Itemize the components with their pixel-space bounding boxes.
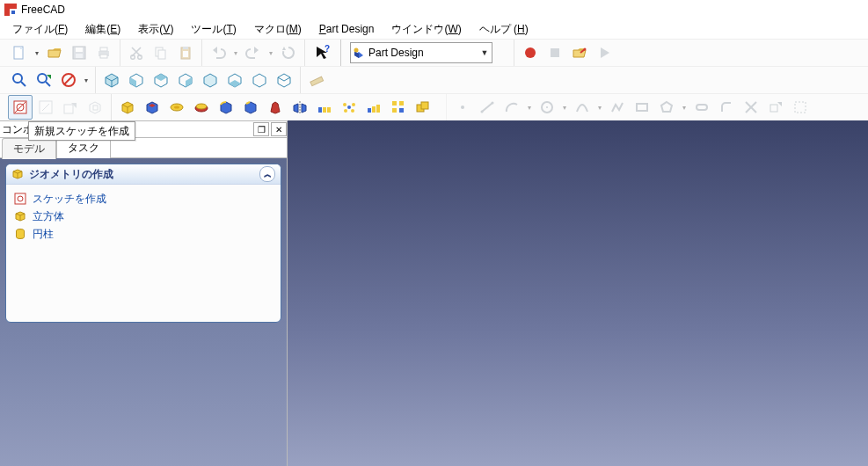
- pd-pocket-button[interactable]: [141, 96, 164, 119]
- tab-model[interactable]: モデル: [2, 138, 56, 159]
- pd-draft-button[interactable]: [264, 96, 287, 119]
- sk-circle-button[interactable]: [536, 96, 558, 119]
- map-sketch-button[interactable]: [84, 96, 106, 119]
- toolbar-sketcher-group: ▾ ▾ ▾ ▾: [446, 94, 816, 120]
- menu-edit[interactable]: 編集(E): [77, 19, 129, 40]
- workbench-selector[interactable]: Part Design ▼: [350, 42, 492, 63]
- view-iso-button[interactable]: [100, 69, 123, 91]
- dock-float-button[interactable]: ❐: [253, 122, 269, 136]
- redo-dropdown[interactable]: ▾: [266, 49, 276, 57]
- dock-close-button[interactable]: ✕: [271, 122, 287, 136]
- box-icon: [13, 209, 27, 223]
- draw-style-dropdown[interactable]: ▾: [81, 76, 91, 84]
- sk-external-button[interactable]: [764, 96, 787, 119]
- view-left-button[interactable]: [248, 69, 271, 91]
- task-create-sketch[interactable]: スケッチを作成: [13, 190, 274, 208]
- svg-marker-71: [294, 104, 298, 113]
- create-sketch-button[interactable]: [8, 95, 33, 120]
- pd-revolve-button[interactable]: [165, 96, 188, 119]
- cut-button[interactable]: [125, 41, 148, 64]
- sk-slot-button[interactable]: [690, 96, 713, 119]
- dock-titlebar[interactable]: コンボ 新規スケッチを作成 ❐ ✕: [0, 120, 287, 138]
- menu-file[interactable]: ファイル(F): [4, 19, 77, 40]
- sk-circle-dropdown[interactable]: ▾: [559, 104, 570, 112]
- pd-groove-button[interactable]: [190, 96, 213, 119]
- sk-point-button[interactable]: [451, 96, 474, 119]
- sk-arc-button[interactable]: [500, 96, 523, 119]
- view-bottom-button[interactable]: [223, 69, 246, 91]
- pd-linear-pattern-button[interactable]: [313, 96, 336, 119]
- leave-sketch-button[interactable]: [59, 96, 82, 119]
- new-file-dropdown[interactable]: ▾: [32, 49, 42, 57]
- view-axo-button[interactable]: [273, 69, 295, 91]
- sk-polyline-button[interactable]: [606, 96, 629, 119]
- whats-this-button[interactable]: ?: [310, 41, 336, 64]
- task-header[interactable]: ジオメトリの作成 ︽: [6, 164, 281, 185]
- refresh-button[interactable]: [277, 41, 300, 64]
- macro-record-button[interactable]: [519, 41, 542, 64]
- zoom-selection-button[interactable]: [33, 69, 55, 91]
- task-create-box[interactable]: 立方体: [13, 208, 274, 225]
- 3d-viewport[interactable]: [288, 120, 868, 466]
- menu-tools[interactable]: ツール(T): [182, 19, 244, 40]
- tooltip-text: 新規スケッチを作成: [34, 124, 129, 139]
- sk-arc-dropdown[interactable]: ▾: [524, 104, 535, 112]
- pd-chamfer-button[interactable]: [239, 96, 262, 119]
- svg-marker-45: [204, 74, 216, 87]
- undo-dropdown[interactable]: ▾: [230, 49, 241, 57]
- toolbar-views-group: [95, 67, 300, 93]
- zoom-fit-button[interactable]: [8, 69, 31, 91]
- view-front-button[interactable]: [125, 69, 148, 91]
- sketch-icon: [13, 192, 27, 206]
- edit-sketch-button[interactable]: [34, 96, 57, 119]
- sk-conic-dropdown[interactable]: ▾: [594, 104, 605, 112]
- sk-fillet-button[interactable]: [715, 96, 738, 119]
- new-file-button[interactable]: [8, 41, 31, 64]
- toolbar-measure-group: [300, 67, 332, 93]
- undo-button[interactable]: [207, 41, 230, 64]
- task-item-label: 立方体: [33, 209, 64, 224]
- pd-pad-button[interactable]: [116, 96, 139, 119]
- combo-view-dock: コンボ 新規スケッチを作成 ❐ ✕ モデル タスク ジオメトリの作成 ︽: [0, 120, 288, 466]
- sk-polygon-button[interactable]: [655, 96, 678, 119]
- copy-button[interactable]: [150, 41, 172, 64]
- svg-rect-83: [372, 106, 376, 113]
- open-file-button[interactable]: [43, 41, 66, 64]
- pd-boolean-button[interactable]: [412, 96, 434, 119]
- view-rear-button[interactable]: [199, 69, 222, 91]
- pd-fillet-button[interactable]: [215, 96, 237, 119]
- pd-scaled-button[interactable]: [362, 96, 385, 119]
- macro-run-button[interactable]: [593, 41, 616, 64]
- save-button[interactable]: [68, 41, 91, 64]
- menu-macro[interactable]: マクロ(M): [245, 19, 310, 40]
- paste-button[interactable]: [174, 41, 197, 64]
- sk-conic-button[interactable]: [571, 96, 594, 119]
- macro-list-button[interactable]: [568, 41, 591, 64]
- menu-partdesign[interactable]: Part Design: [310, 20, 383, 38]
- redo-button[interactable]: [242, 41, 265, 64]
- sk-construction-button[interactable]: [789, 96, 812, 119]
- measure-button[interactable]: [305, 69, 328, 91]
- menu-window[interactable]: ウインドウ(W): [383, 19, 470, 40]
- sk-polygon-dropdown[interactable]: ▾: [679, 104, 689, 112]
- sk-line-button[interactable]: [476, 96, 499, 119]
- macro-stop-button[interactable]: [543, 41, 566, 64]
- toolbar-row-1: ▾ ▾ ▾ ?: [0, 39, 868, 66]
- svg-rect-97: [637, 104, 647, 111]
- collapse-icon[interactable]: ︽: [259, 166, 275, 182]
- print-button[interactable]: [92, 41, 115, 64]
- draw-style-button[interactable]: [57, 69, 80, 91]
- svg-rect-58: [93, 106, 98, 110]
- app-title: FreeCAD: [21, 4, 65, 16]
- pd-polar-pattern-button[interactable]: [338, 96, 361, 119]
- pd-mirror-button[interactable]: [288, 96, 311, 119]
- menu-help[interactable]: ヘルプ (H): [470, 19, 537, 40]
- toolbar-row-2: ▾: [0, 66, 868, 93]
- view-right-button[interactable]: [174, 69, 197, 91]
- sk-trim-button[interactable]: [740, 96, 762, 119]
- view-top-button[interactable]: [150, 69, 172, 91]
- sk-rect-button[interactable]: [631, 96, 653, 119]
- task-create-cylinder[interactable]: 円柱: [13, 225, 274, 243]
- menu-view[interactable]: 表示(V): [129, 19, 182, 40]
- pd-multitransform-button[interactable]: [387, 96, 410, 119]
